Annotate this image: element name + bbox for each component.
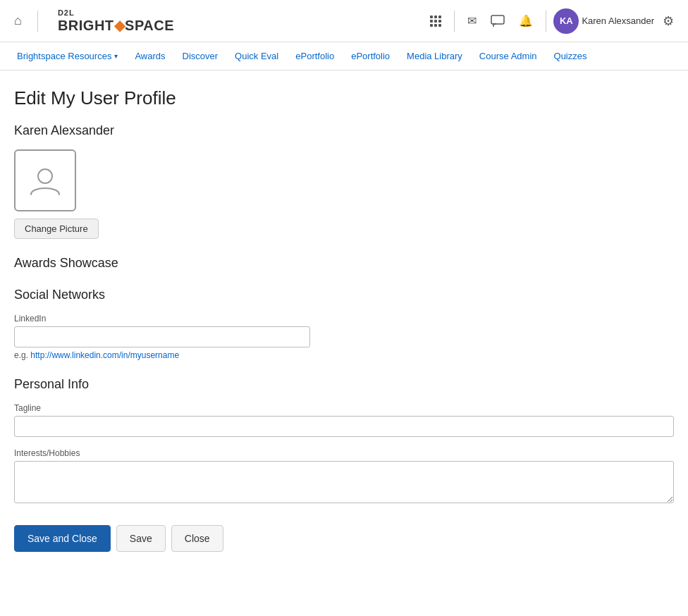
linkedin-hint: e.g. http://www.linkedin.com/in/myuserna… [14, 350, 674, 360]
page-title: Edit My User Profile [14, 87, 674, 109]
nav-item-course-admin[interactable]: Course Admin [471, 44, 546, 68]
linkedin-input[interactable] [14, 326, 310, 347]
profile-picture-frame [14, 149, 76, 211]
save-and-close-button[interactable]: Save and Close [14, 525, 111, 552]
main-content: Edit My User Profile Karen Alexsander Ch… [0, 70, 688, 569]
svg-rect-0 [491, 16, 504, 24]
awards-showcase-title: Awards Showcase [14, 256, 674, 271]
profile-picture-container: Change Picture [14, 149, 674, 239]
mail-button[interactable]: ✉ [462, 8, 482, 33]
chevron-down-icon: ▾ [114, 52, 118, 60]
nav-item-quizzes[interactable]: Quizzes [546, 44, 596, 68]
notifications-button[interactable]: 🔔 [513, 8, 539, 33]
nav-item-eportfolio-1[interactable]: ePortfolio [287, 44, 343, 68]
interests-label: Interests/Hobbies [14, 448, 674, 458]
navbar: Brightspace Resources ▾ Awards Discover … [0, 42, 688, 70]
divider3 [546, 11, 546, 32]
logo: D2L BRIGHT◆SPACE [58, 8, 174, 32]
nav-item-brightspace-resources[interactable]: Brightspace Resources ▾ [8, 44, 126, 68]
close-button[interactable]: Close [171, 525, 223, 552]
svg-point-1 [38, 169, 52, 183]
interests-textarea[interactable] [14, 461, 674, 503]
interests-field-group: Interests/Hobbies [14, 448, 674, 505]
user-name-label[interactable]: Karen Alexsander [582, 16, 654, 26]
logo-flame: ◆ [114, 18, 125, 33]
tagline-input[interactable] [14, 416, 674, 437]
personal-info-title: Personal Info [14, 377, 674, 392]
divider [37, 11, 38, 32]
logo-d2l: D2L [58, 8, 174, 17]
profile-picture-placeholder [27, 162, 63, 199]
header: ⌂ D2L BRIGHT◆SPACE ✉ 🔔 KA [0, 0, 688, 42]
linkedin-field-group: LinkedIn e.g. http://www.linkedin.com/in… [14, 314, 674, 360]
logo-brightspace: BRIGHT◆SPACE [58, 18, 174, 33]
home-button[interactable]: ⌂ [8, 8, 27, 34]
change-picture-button[interactable]: Change Picture [14, 218, 99, 239]
nav-item-quick-eval[interactable]: Quick Eval [226, 44, 287, 68]
save-button[interactable]: Save [116, 525, 166, 552]
nav-item-awards[interactable]: Awards [126, 44, 173, 68]
footer-buttons: Save and Close Save Close [14, 525, 674, 552]
tagline-label: Tagline [14, 403, 674, 413]
avatar-button[interactable]: KA [553, 8, 579, 34]
apps-icon [430, 16, 441, 27]
tagline-field-group: Tagline [14, 403, 674, 437]
chat-button[interactable] [485, 9, 510, 33]
nav-item-eportfolio-2[interactable]: ePortfolio [343, 44, 398, 68]
nav-item-media-library[interactable]: Media Library [398, 44, 471, 68]
social-networks-title: Social Networks [14, 288, 674, 302]
header-left: ⌂ D2L BRIGHT◆SPACE [8, 8, 174, 34]
logo-space: SPACE [125, 18, 174, 33]
linkedin-label: LinkedIn [14, 314, 674, 324]
linkedin-hint-link[interactable]: http://www.linkedin.com/in/myusername [30, 350, 179, 360]
logo-bright: BRIGHT [58, 18, 114, 33]
divider2 [454, 11, 455, 32]
header-right: ✉ 🔔 KA Karen Alexsander ⚙ [424, 8, 680, 35]
nav-item-discover[interactable]: Discover [174, 44, 227, 68]
settings-button[interactable]: ⚙ [657, 8, 680, 35]
apps-button[interactable] [424, 10, 447, 32]
user-name-display: Karen Alexsander [14, 123, 674, 138]
